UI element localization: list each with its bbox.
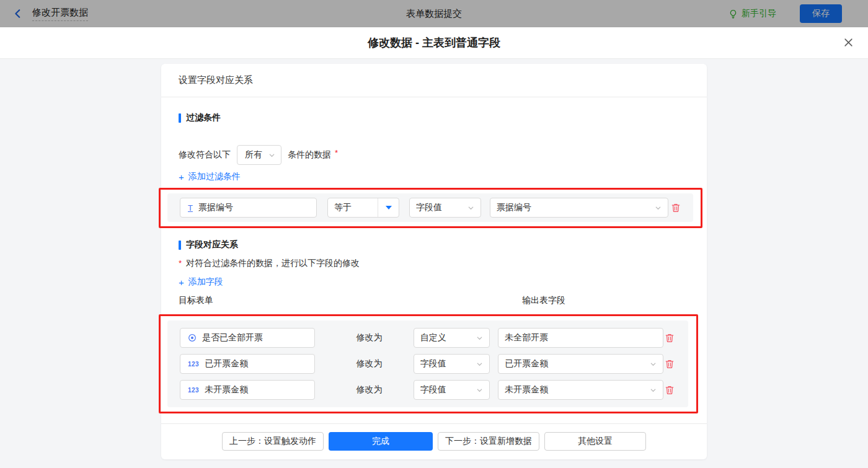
trash-icon xyxy=(665,385,675,395)
plus-icon: + xyxy=(179,172,184,182)
close-icon xyxy=(844,38,853,47)
target-field-box[interactable]: 123 已开票金额 xyxy=(180,354,315,374)
output-field-select[interactable]: 已开票金额 xyxy=(498,354,663,374)
chevron-down-icon xyxy=(476,335,483,342)
output-field-value: 已开票金额 xyxy=(505,358,548,369)
filter-section-title: 过滤条件 xyxy=(179,111,689,125)
chevron-down-icon xyxy=(650,361,657,368)
section-marker xyxy=(179,113,181,123)
verb-label: 修改为 xyxy=(356,332,385,343)
topbar: 修改开票数据 表单数据提交 新手引导 保存 xyxy=(0,0,868,27)
match-count-select[interactable]: 所有 xyxy=(237,145,281,165)
chevron-down-icon xyxy=(476,387,483,394)
modal-title: 修改数据 - 主表到普通字段 xyxy=(368,37,500,49)
chevron-down-icon xyxy=(655,205,662,211)
mapping-row: 是否已全部开票 修改为 自定义 xyxy=(180,328,676,348)
number-field-icon: 123 xyxy=(188,387,199,394)
modal: 修改数据 - 主表到普通字段 设置字段对应关系 过滤条件 修改符合以下 所有 xyxy=(0,27,868,468)
operator-caret-button[interactable] xyxy=(378,198,399,217)
radio-icon xyxy=(188,333,197,342)
add-filter-link[interactable]: + 添加过滤条件 xyxy=(179,170,241,183)
add-field-label: 添加字段 xyxy=(188,276,223,288)
card-header-title: 设置字段对应关系 xyxy=(161,64,707,97)
modal-header: 修改数据 - 主表到普通字段 xyxy=(0,27,868,59)
guide-button[interactable]: 新手引导 xyxy=(728,8,776,19)
delete-field-button[interactable] xyxy=(663,358,676,370)
back-button[interactable]: 修改开票数据 xyxy=(12,7,88,21)
back-label: 修改开票数据 xyxy=(32,7,88,21)
output-field-label: 输出表字段 xyxy=(522,295,565,307)
text-field-icon: T xyxy=(188,203,193,213)
chevron-down-icon xyxy=(467,205,474,211)
operator-value: 等于 xyxy=(328,202,378,213)
save-button[interactable]: 保存 xyxy=(800,4,842,23)
match-select-value: 所有 xyxy=(245,149,262,161)
type-value: 字段值 xyxy=(420,358,446,369)
filter-condition-row: T 票据编号 等于 字段值 票据编号 xyxy=(167,193,693,222)
add-field-link[interactable]: + 添加字段 xyxy=(179,276,223,288)
delete-filter-button[interactable] xyxy=(670,201,682,214)
next-step-button[interactable]: 下一步：设置新增数据 xyxy=(438,432,539,451)
type-value: 字段值 xyxy=(420,384,446,395)
trash-icon xyxy=(665,333,675,343)
caret-down-filled-icon xyxy=(386,206,392,210)
trash-icon xyxy=(665,359,675,369)
plus-icon: + xyxy=(179,277,184,288)
chevron-down-icon xyxy=(650,387,657,394)
target-field-box[interactable]: 123 未开票金额 xyxy=(180,380,315,400)
target-form-label: 目标表单 xyxy=(179,295,213,307)
close-button[interactable] xyxy=(844,38,853,47)
prev-step-button[interactable]: 上一步：设置触发动作 xyxy=(222,432,324,451)
custom-value-input[interactable] xyxy=(498,328,663,348)
type-select[interactable]: 字段值 xyxy=(414,380,490,400)
verb-label: 修改为 xyxy=(356,384,385,395)
output-field-select[interactable]: 未开票金额 xyxy=(498,380,663,400)
match-prefix-label: 修改符合以下 xyxy=(179,149,231,161)
output-field-value: 未开票金额 xyxy=(505,384,548,395)
type-value: 自定义 xyxy=(420,332,446,343)
mapping-row: 123 已开票金额 修改为 字段值 已开票金额 xyxy=(180,354,676,374)
value-field-value: 票据编号 xyxy=(497,202,531,213)
settings-card: 设置字段对应关系 过滤条件 修改符合以下 所有 条件的数据 * + xyxy=(161,64,707,459)
chevron-left-icon xyxy=(12,8,24,19)
mapping-rows-panel: 是否已全部开票 修改为 自定义 xyxy=(167,320,688,407)
mapping-description: * 对符合过滤条件的数据，进行以下字段的修改 xyxy=(179,257,689,270)
column-headers: 目标表单 输出表字段 xyxy=(179,295,689,307)
field-label: 是否已全部开票 xyxy=(202,332,263,343)
guide-label: 新手引导 xyxy=(742,8,776,19)
delete-field-button[interactable] xyxy=(663,332,676,344)
add-filter-label: 添加过滤条件 xyxy=(188,171,241,182)
value-field-select[interactable]: 票据编号 xyxy=(490,198,668,218)
field-label: 未开票金额 xyxy=(205,384,248,395)
verb-label: 修改为 xyxy=(356,358,385,369)
match-suffix-label: 条件的数据 xyxy=(288,149,331,161)
done-button[interactable]: 完成 xyxy=(329,432,433,451)
chevron-down-icon xyxy=(476,361,483,368)
required-asterisk: * xyxy=(335,148,338,157)
required-asterisk: * xyxy=(179,258,182,268)
other-settings-button[interactable]: 其他设置 xyxy=(544,432,646,451)
delete-field-button[interactable] xyxy=(663,384,676,396)
mapping-row: 123 未开票金额 修改为 字段值 未开票金额 xyxy=(180,380,676,400)
type-select[interactable]: 自定义 xyxy=(414,328,490,348)
target-field-box[interactable]: 是否已全部开票 xyxy=(180,328,315,348)
section-marker xyxy=(179,241,181,250)
operator-select[interactable]: 等于 xyxy=(327,198,399,218)
value-type-select[interactable]: 字段值 xyxy=(409,198,481,218)
page-title: 表单数据提交 xyxy=(406,8,462,20)
trash-icon xyxy=(671,203,681,213)
chevron-down-icon xyxy=(268,152,275,159)
match-row: 修改符合以下 所有 条件的数据 * xyxy=(179,145,689,165)
mapping-section-title: 字段对应关系 xyxy=(179,238,689,252)
value-type-value: 字段值 xyxy=(416,202,442,213)
type-select[interactable]: 字段值 xyxy=(414,354,490,374)
number-field-icon: 123 xyxy=(188,361,199,368)
filter-field-input[interactable]: T 票据编号 xyxy=(180,198,317,218)
lightbulb-icon xyxy=(728,9,738,19)
field-label: 已开票金额 xyxy=(205,358,248,369)
filter-field-value: 票据编号 xyxy=(198,202,233,213)
footer: 上一步：设置触发动作 完成 下一步：设置新增数据 其他设置 xyxy=(161,423,707,451)
